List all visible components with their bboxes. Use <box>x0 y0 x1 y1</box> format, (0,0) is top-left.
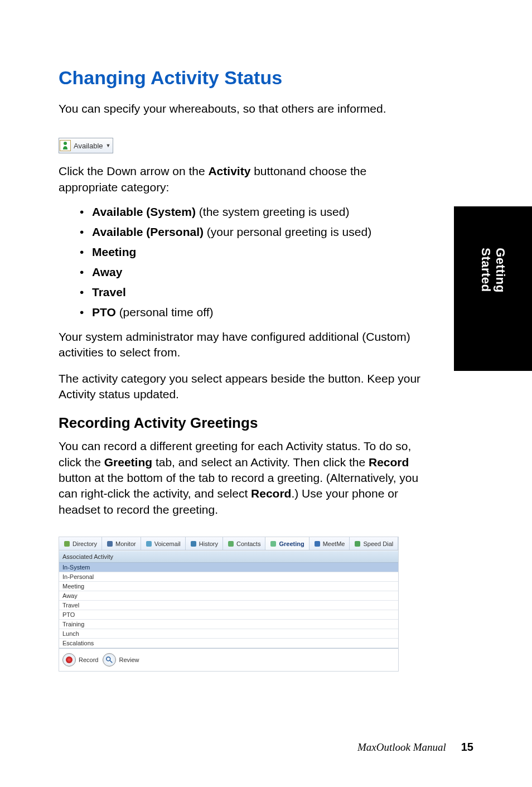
tab-bar: DirectoryMonitorVoicemailHistoryContacts… <box>59 537 398 551</box>
directory-icon <box>64 540 70 547</box>
activity-instruction: Click the Down arrow on the Activity but… <box>59 163 421 195</box>
meetme-icon <box>314 540 321 547</box>
greeting-panel: DirectoryMonitorVoicemailHistoryContacts… <box>59 537 399 672</box>
svg-rect-8 <box>355 541 360 547</box>
tab-monitor[interactable]: Monitor <box>102 537 141 550</box>
intro-text: You can specify your whereabouts, so tha… <box>59 101 421 117</box>
tab-label: Monitor <box>115 540 136 547</box>
tab-greeting[interactable]: Greeting <box>265 537 309 550</box>
tab-meetme[interactable]: MeetMe <box>309 537 350 550</box>
activity-row[interactable]: In-Personal <box>59 572 398 582</box>
grid-header: Associated Activity <box>59 551 398 563</box>
svg-rect-2 <box>107 541 113 547</box>
svg-rect-1 <box>64 541 70 547</box>
chevron-down-icon: ▼ <box>106 143 111 148</box>
list-item: Available (System) (the system greeting … <box>80 205 425 219</box>
tab-label: MeetMe <box>323 540 345 547</box>
tab-label: Contacts <box>236 540 260 547</box>
manual-name: MaxOutlook Manual <box>357 741 446 753</box>
tab-history[interactable]: History <box>186 537 223 550</box>
tab-label: Directory <box>72 540 97 547</box>
list-item: Travel <box>80 286 425 299</box>
activity-options-list: Available (System) (the system greeting … <box>80 205 425 319</box>
history-icon <box>190 540 197 547</box>
svg-line-10 <box>110 660 112 663</box>
svg-rect-6 <box>270 541 276 547</box>
list-item: Available (Personal) (your personal gree… <box>80 225 425 239</box>
review-button[interactable]: Review <box>103 653 139 667</box>
activity-row[interactable]: Away <box>59 591 398 601</box>
contacts-icon <box>228 540 234 547</box>
review-icon <box>103 653 116 667</box>
panel-footer: Record Review <box>59 648 398 671</box>
activity-status-label: Available <box>74 142 103 150</box>
tab-voicemail[interactable]: Voicemail <box>141 537 186 550</box>
custom-activities-note: Your system administrator may have confi… <box>59 329 421 361</box>
voicemail-icon <box>146 540 152 547</box>
list-item: Away <box>80 265 425 279</box>
activity-row[interactable]: PTO <box>59 610 398 620</box>
activity-row[interactable]: Meeting <box>59 582 398 591</box>
record-icon <box>62 653 76 667</box>
monitor-icon <box>107 540 113 547</box>
tab-speed-dial[interactable]: Speed Dial <box>350 537 398 550</box>
tab-label: Greeting <box>279 540 304 547</box>
activity-row[interactable]: Travel <box>59 601 398 610</box>
activity-status-button[interactable]: Available ▼ <box>59 138 113 153</box>
greeting-icon <box>270 540 277 547</box>
svg-rect-5 <box>228 541 234 547</box>
activity-row[interactable]: Escalations <box>59 639 398 648</box>
status-update-note: The activity category you select appears… <box>59 371 421 403</box>
activity-row[interactable]: Lunch <box>59 629 398 639</box>
svg-rect-4 <box>191 541 196 547</box>
list-item: Meeting <box>80 245 425 259</box>
recording-instruction: You can record a different greeting for … <box>59 438 421 518</box>
page-title: Changing Activity Status <box>59 67 473 89</box>
section-heading: Recording Activity Greetings <box>59 414 473 432</box>
tab-label: Voicemail <box>154 540 181 547</box>
tab-contacts[interactable]: Contacts <box>223 537 265 550</box>
tab-label: History <box>199 540 218 547</box>
svg-point-9 <box>107 657 110 661</box>
tab-directory[interactable]: Directory <box>59 537 102 550</box>
activity-row[interactable]: In-System <box>59 563 398 572</box>
svg-rect-3 <box>146 541 152 547</box>
speeddial-icon <box>354 540 361 547</box>
list-item: PTO (personal time off) <box>80 306 425 319</box>
svg-rect-7 <box>315 541 320 547</box>
activity-row[interactable]: Training <box>59 620 398 629</box>
record-button[interactable]: Record <box>62 653 98 667</box>
tab-label: Speed Dial <box>363 540 393 547</box>
page-footer: MaxOutlook Manual 15 <box>357 741 473 754</box>
page-number: 15 <box>461 741 473 753</box>
svg-point-0 <box>64 142 67 145</box>
person-icon <box>60 140 71 151</box>
